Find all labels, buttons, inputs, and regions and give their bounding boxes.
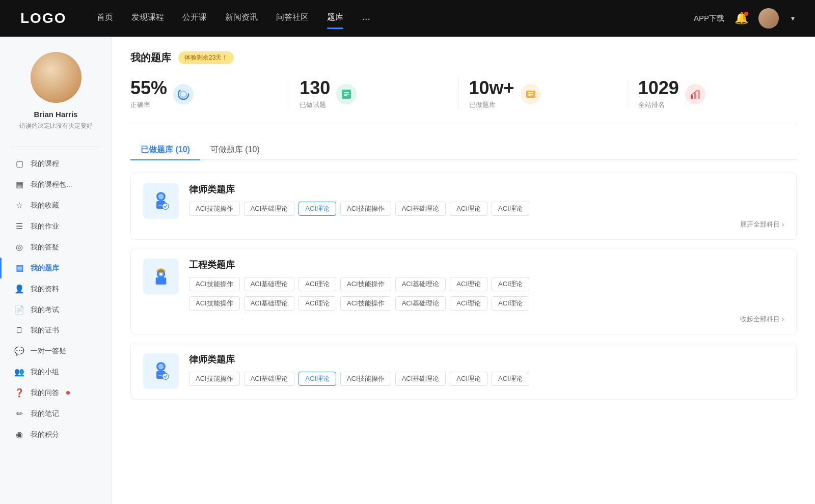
- bank-card-content-2: 工程类题库 ACI技能操作 ACI基础理论 ACI理论 ACI技能操作 ACI基…: [189, 259, 784, 324]
- tag-3-2[interactable]: ACI基础理论: [244, 372, 295, 386]
- sidebar-item-one-on-one[interactable]: 💬 一对一答疑: [0, 341, 112, 361]
- nav-more[interactable]: ···: [362, 13, 370, 24]
- nav-discover[interactable]: 发现课程: [131, 12, 164, 25]
- stat-accuracy-label: 正确率: [130, 100, 167, 109]
- svg-point-15: [158, 194, 164, 200]
- sidebar-item-my-homework[interactable]: ☰ 我的作业: [0, 216, 112, 237]
- tag-2-7[interactable]: ACI理论: [492, 277, 529, 291]
- sidebar-item-my-exams[interactable]: 📄 我的考试: [0, 299, 112, 320]
- app-download[interactable]: APP下载: [694, 14, 724, 23]
- notes-icon: ✏: [14, 409, 24, 418]
- nav-home[interactable]: 首页: [97, 12, 113, 25]
- sidebar-menu: ▢ 我的课程 ▦ 我的课程包... ☆ 我的收藏 ☰ 我的作业 ◎ 我的答疑 ▤…: [0, 153, 112, 455]
- sidebar-item-my-bank[interactable]: ▤ 我的题库: [0, 258, 112, 278]
- exams-icon: 📄: [14, 305, 24, 315]
- nav-qa[interactable]: 问答社区: [276, 12, 309, 25]
- svg-rect-11: [694, 93, 696, 99]
- answers-badge-dot: [66, 391, 70, 395]
- sidebar-item-my-profile[interactable]: 👤 我的资料: [0, 278, 112, 299]
- tab-done[interactable]: 已做题库 (10): [130, 141, 200, 159]
- tab-todo[interactable]: 可做题库 (10): [200, 141, 270, 159]
- tag-2b-4[interactable]: ACI技能操作: [340, 296, 391, 311]
- stat-site-rank-value: 1029: [638, 79, 679, 97]
- sidebar-label-my-courses: 我的课程: [31, 159, 59, 169]
- tag-2b-5[interactable]: ACI基础理论: [395, 296, 446, 311]
- bank-title-3: 律师类题库: [189, 353, 784, 366]
- certs-icon: 🗒: [14, 326, 24, 335]
- done-questions-icon: [336, 84, 357, 104]
- tag-1-4[interactable]: ACI技能操作: [340, 202, 391, 216]
- profile-name: Brian Harris: [34, 110, 78, 119]
- sidebar-item-my-favorites[interactable]: ☆ 我的收藏: [0, 195, 112, 216]
- sidebar-divider: [11, 147, 100, 147]
- tag-2-1[interactable]: ACI技能操作: [189, 277, 240, 291]
- site-rank-icon: [685, 84, 705, 104]
- tag-1-7[interactable]: ACI理论: [492, 202, 529, 216]
- nav-open-course[interactable]: 公开课: [182, 12, 207, 25]
- bank-icon-lawyer-1: [143, 183, 179, 219]
- bank-card-lawyer-3: 律师类题库 ACI技能操作 ACI基础理论 ACI理论 ACI技能操作 ACI基…: [130, 343, 797, 400]
- tag-2-3[interactable]: ACI理论: [298, 277, 336, 291]
- logo[interactable]: LOGO: [20, 10, 66, 26]
- page-header: 我的题库 体验剩余23天！: [130, 51, 797, 65]
- tag-1-5[interactable]: ACI基础理论: [395, 202, 446, 216]
- bank-card-engineer: 工程类题库 ACI技能操作 ACI基础理论 ACI理论 ACI技能操作 ACI基…: [130, 248, 797, 334]
- profile-avatar[interactable]: [31, 52, 82, 103]
- sidebar-item-my-questions[interactable]: ◎ 我的答疑: [0, 237, 112, 258]
- tag-2b-6[interactable]: ACI理论: [450, 296, 487, 311]
- tag-1-1[interactable]: ACI技能操作: [189, 202, 240, 216]
- tag-3-3[interactable]: ACI理论: [298, 372, 336, 386]
- tag-2-6[interactable]: ACI理论: [450, 277, 487, 291]
- collapse-btn-2[interactable]: 收起全部科目 ›: [189, 315, 784, 324]
- tag-1-6[interactable]: ACI理论: [450, 202, 487, 216]
- user-avatar[interactable]: [758, 8, 779, 29]
- tag-3-7[interactable]: ACI理论: [492, 372, 529, 386]
- tag-2-5[interactable]: ACI基础理论: [395, 277, 446, 291]
- sidebar-item-my-course-packs[interactable]: ▦ 我的课程包...: [0, 174, 112, 195]
- avatar-image: [758, 8, 779, 29]
- sidebar-item-my-notes[interactable]: ✏ 我的笔记: [0, 403, 112, 424]
- expand-btn-1[interactable]: 展开全部科目 ›: [189, 220, 784, 229]
- sidebar-label-my-certs: 我的证书: [31, 326, 59, 335]
- sidebar-label-my-answers: 我的问答: [31, 388, 59, 398]
- tag-2-4[interactable]: ACI技能操作: [340, 277, 391, 291]
- tag-2b-3[interactable]: ACI理论: [298, 296, 336, 311]
- sidebar-item-my-answers[interactable]: ❓ 我的问答: [0, 382, 112, 403]
- sidebar-item-my-courses[interactable]: ▢ 我的课程: [0, 153, 112, 174]
- bank-title-2: 工程类题库: [189, 259, 784, 271]
- notification-dot: [744, 12, 748, 16]
- sidebar-label-my-profile: 我的资料: [31, 285, 59, 294]
- group-icon: 👥: [14, 367, 24, 377]
- tag-2-2[interactable]: ACI基础理论: [244, 277, 295, 291]
- tag-3-1[interactable]: ACI技能操作: [189, 372, 240, 386]
- tags-row-2b: ACI技能操作 ACI基础理论 ACI理论 ACI技能操作 ACI基础理论 AC…: [189, 296, 784, 311]
- sidebar-label-my-questions: 我的答疑: [31, 243, 59, 252]
- sidebar-label-my-notes: 我的笔记: [31, 409, 59, 418]
- tag-3-5[interactable]: ACI基础理论: [395, 372, 446, 386]
- stats-row: 55% 正确率 130 已做试题: [130, 79, 797, 124]
- tag-2b-2[interactable]: ACI基础理论: [244, 296, 295, 311]
- notification-bell[interactable]: 🔔: [735, 12, 748, 25]
- sidebar-item-my-group[interactable]: 👥 我的小组: [0, 361, 112, 382]
- tag-1-2[interactable]: ACI基础理论: [244, 202, 295, 216]
- sidebar-item-my-certs[interactable]: 🗒 我的证书: [0, 320, 112, 341]
- tag-3-4[interactable]: ACI技能操作: [340, 372, 391, 386]
- user-menu-chevron[interactable]: ▾: [791, 14, 795, 22]
- tags-row-2a: ACI技能操作 ACI基础理论 ACI理论 ACI技能操作 ACI基础理论 AC…: [189, 277, 784, 291]
- tag-2b-1[interactable]: ACI技能操作: [189, 296, 240, 311]
- svg-point-23: [160, 273, 162, 275]
- bank-icon-lawyer-3: [143, 353, 179, 389]
- questions-icon: ◎: [14, 242, 24, 252]
- stat-accuracy-value: 55%: [130, 79, 167, 97]
- stat-site-rank-label: 全站排名: [638, 100, 679, 109]
- sidebar-item-my-points[interactable]: ◉ 我的积分: [0, 424, 112, 445]
- sidebar-label-my-homework: 我的作业: [31, 222, 59, 231]
- nav-news[interactable]: 新闻资讯: [225, 12, 258, 25]
- accuracy-icon: [173, 84, 194, 104]
- sidebar: Brian Harris 错误的决定比没有决定要好 ▢ 我的课程 ▦ 我的课程包…: [0, 37, 112, 504]
- nav-menu: 首页 发现课程 公开课 新闻资讯 问答社区 题库 ···: [97, 12, 694, 25]
- nav-bank[interactable]: 题库: [327, 12, 343, 25]
- tag-3-6[interactable]: ACI理论: [450, 372, 487, 386]
- tag-2b-7[interactable]: ACI理论: [492, 296, 529, 311]
- tag-1-3[interactable]: ACI理论: [298, 202, 336, 216]
